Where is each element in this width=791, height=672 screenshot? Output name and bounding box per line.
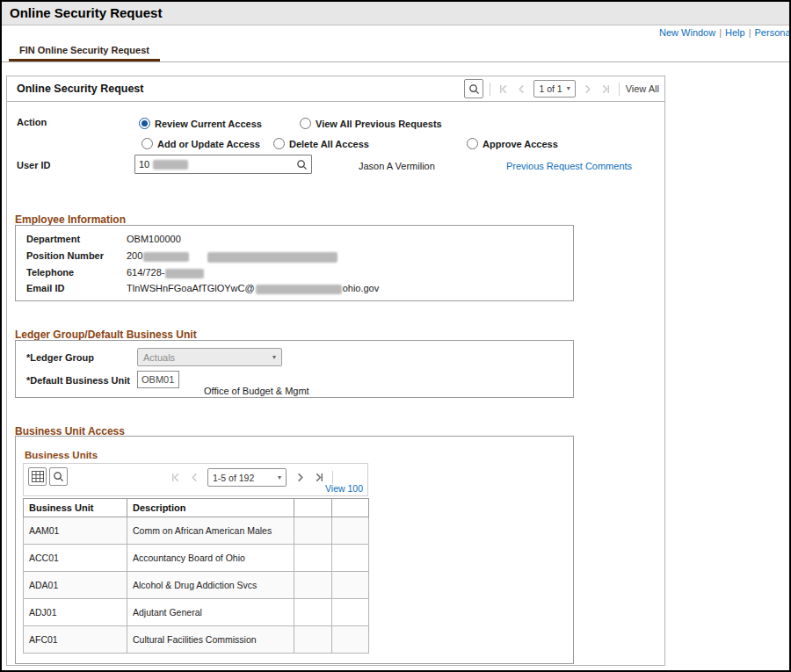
cell-business-unit: ADJ01 <box>24 599 127 626</box>
table-row[interactable]: ADA01 Alcohol & Drug Addiction Svcs <box>24 572 369 599</box>
page-position-select[interactable]: 1 of 1 ▾ <box>533 80 575 98</box>
business-units-table: Business Unit Description AAM01 Comm on … <box>23 498 369 654</box>
redacted-value <box>256 285 342 294</box>
grid-search-button[interactable] <box>49 467 68 486</box>
business-unit-access-box: Business Units <box>15 436 574 664</box>
first-page-button[interactable] <box>497 82 509 96</box>
user-id-value: 10 <box>139 159 149 170</box>
employee-information-box: Department OBM100000 Position Number 200… <box>15 225 574 301</box>
chevron-bar-left-icon <box>498 84 508 94</box>
panel-header: Online Security Request 1 of 1 ▾ <box>7 76 664 102</box>
chevron-right-icon <box>295 473 305 482</box>
previous-page-button[interactable] <box>515 82 527 96</box>
help-link[interactable]: Help <box>725 27 745 38</box>
grid-last-page-button[interactable] <box>313 471 325 485</box>
default-business-unit-value: OBM01 <box>142 374 174 385</box>
last-page-button[interactable] <box>600 82 613 96</box>
grid-toolbar-icons <box>28 467 68 486</box>
column-header-empty <box>332 499 369 517</box>
table-row[interactable]: ACC01 Accountancy Board of Ohio <box>24 545 369 572</box>
view-100-link[interactable]: View 100 <box>325 483 363 494</box>
default-business-unit-input[interactable]: OBM01 <box>137 371 179 388</box>
cell-business-unit: AFC01 <box>24 626 127 654</box>
search-icon <box>53 471 64 482</box>
divider <box>619 83 620 96</box>
cell-business-unit: AAM01 <box>24 517 127 545</box>
link-separator: | <box>719 27 722 38</box>
table-row[interactable]: AFC01 Cultural Facilities Commission <box>24 626 369 654</box>
tab-divider <box>2 61 789 62</box>
empty-cell <box>332 545 369 572</box>
empty-cell <box>332 599 369 626</box>
department-value: OBM100000 <box>127 234 181 244</box>
table-row[interactable]: ADJ01 Adjutant General <box>24 599 369 626</box>
chevron-bar-left-icon <box>171 473 180 482</box>
chevron-down-icon: ▾ <box>567 85 570 92</box>
business-unit-description: Office of Budget & Mgmt <box>204 386 309 396</box>
chevron-down-icon: ▾ <box>278 474 281 481</box>
panel-controls: 1 of 1 ▾ View All <box>464 79 659 98</box>
chevron-down-icon: ▾ <box>272 354 276 361</box>
new-window-link[interactable]: New Window <box>659 27 715 38</box>
radio-delete-all-access[interactable] <box>273 138 285 149</box>
chevron-right-icon <box>583 84 592 94</box>
grid-previous-page-button[interactable] <box>188 471 200 485</box>
grid-page-position-select[interactable]: 1-5 of 192 ▾ <box>207 468 287 487</box>
redacted-value <box>165 269 204 278</box>
cell-description: Accountancy Board of Ohio <box>127 545 294 572</box>
link-separator: | <box>749 27 751 38</box>
tab-label: FIN Online Security Request <box>19 45 149 55</box>
telephone-value: 614/728- <box>127 267 204 278</box>
redacted-value <box>153 160 188 170</box>
page-title: Online Security Request <box>10 2 162 25</box>
search-icon <box>468 83 480 95</box>
ledger-group-select[interactable]: Actuals ▾ <box>137 348 282 366</box>
empty-cell <box>294 599 332 626</box>
column-header-business-unit: Business Unit <box>24 499 127 517</box>
redacted-value <box>143 252 189 262</box>
grid-toolbar: 1-5 of 192 ▾ View 100 <box>23 463 368 496</box>
divider <box>490 83 490 96</box>
cell-description: Comm on African American Males <box>127 517 294 545</box>
empty-cell <box>332 572 369 599</box>
cell-description: Adjutant General <box>127 599 294 626</box>
radio-label: View All Previous Requests <box>316 119 442 129</box>
chevron-left-icon <box>517 84 526 94</box>
grid-personalize-button[interactable] <box>28 467 47 486</box>
chevron-bar-right-icon <box>315 473 324 482</box>
radio-add-or-update-access[interactable] <box>142 138 153 149</box>
search-button[interactable] <box>464 79 483 98</box>
empty-cell <box>332 626 369 654</box>
header-links: New Window|Help|Persona <box>659 27 791 38</box>
grid-next-page-button[interactable] <box>294 471 306 485</box>
online-security-request-page: Online Security Request New Window|Help|… <box>0 0 791 672</box>
radio-label: Add or Update Access <box>157 139 260 149</box>
lookup-button[interactable] <box>296 159 308 170</box>
search-icon <box>296 159 308 170</box>
grid-first-page-button[interactable] <box>169 471 181 485</box>
grid-pagination: 1-5 of 192 ▾ <box>169 468 333 487</box>
radio-review-current-access[interactable] <box>139 118 150 129</box>
ledger-group-box: *Ledger Group Actuals ▾ *Default Busines… <box>15 340 574 398</box>
column-header-description: Description <box>127 499 294 517</box>
cell-business-unit: ADA01 <box>24 572 127 599</box>
radio-approve-access[interactable] <box>467 138 478 149</box>
business-units-grid-title: Business Units <box>25 450 98 460</box>
cell-description: Cultural Facilities Commission <box>127 626 294 654</box>
personalize-link[interactable]: Persona <box>755 27 791 38</box>
grid-page-position-value: 1-5 of 192 <box>213 473 254 483</box>
grid-icon <box>32 471 44 482</box>
default-business-unit-label: *Default Business Unit <box>26 375 130 386</box>
tab-fin-online-security-request[interactable]: FIN Online Security Request <box>9 42 160 61</box>
previous-request-comments-link[interactable]: Previous Request Comments <box>506 161 632 171</box>
email-id-value: TlnWSHnFGoaAfTGlOYwC@ohio.gov <box>127 283 379 294</box>
employee-information-heading: Employee Information <box>15 213 126 226</box>
next-page-button[interactable] <box>582 82 594 96</box>
view-all-link[interactable]: View All <box>626 83 659 94</box>
radio-view-all-previous-requests[interactable] <box>300 118 311 129</box>
empty-cell <box>294 517 332 545</box>
column-header-empty <box>294 499 332 517</box>
table-row[interactable]: AAM01 Comm on African American Males <box>24 517 369 545</box>
user-id-input[interactable]: 10 <box>134 155 312 174</box>
ledger-group-heading: Ledger Group/Default Business Unit <box>15 329 197 341</box>
